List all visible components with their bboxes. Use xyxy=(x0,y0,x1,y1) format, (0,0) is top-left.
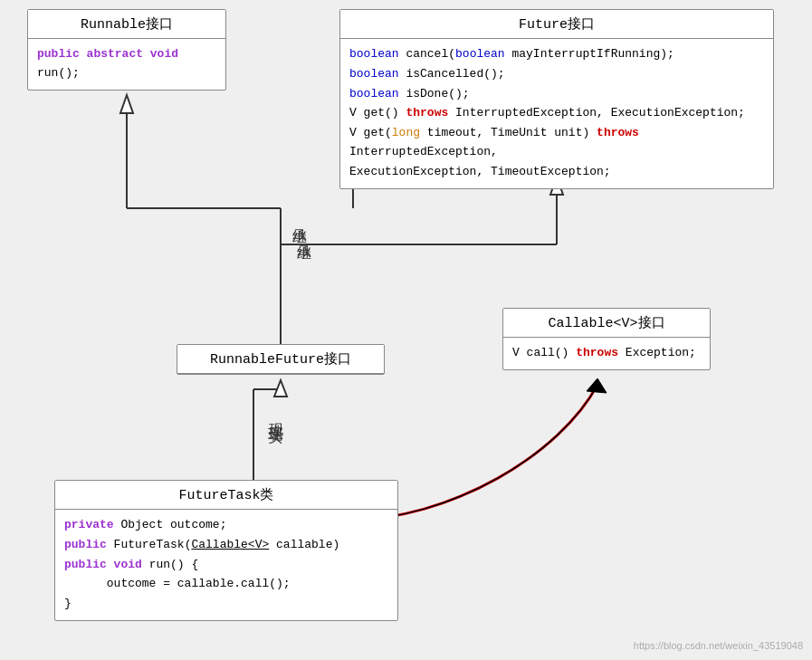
runnable-box: Runnable接口 public abstract void run(); xyxy=(27,9,226,91)
callable-body: V call() throws Exception; xyxy=(503,338,710,369)
runnablefuture-title: RunnableFuture接口 xyxy=(177,345,384,374)
watermark: https://blog.csdn.net/weixin_43519048 xyxy=(634,640,803,651)
callable-box: Callable<V>接口 V call() throws Exception; xyxy=(502,308,711,370)
future-body: boolean cancel(boolean mayInterruptIfRun… xyxy=(340,39,773,188)
svg-marker-14 xyxy=(274,380,287,397)
runnable-title: Runnable接口 xyxy=(28,10,225,39)
svg-marker-3 xyxy=(120,95,133,113)
future-title: Future接口 xyxy=(340,10,773,39)
runnablefuture-box: RunnableFuture接口 xyxy=(177,344,385,375)
diagram-container: 继承 实现 Runnable接口 public abstract void ru… xyxy=(0,0,812,660)
future-box: Future接口 boolean cancel(boolean mayInter… xyxy=(339,9,774,189)
futuretask-body: private Object outcome; public FutureTas… xyxy=(55,510,397,620)
svg-marker-15 xyxy=(587,378,607,393)
runnable-body: public abstract void run(); xyxy=(28,39,225,90)
futuretask-box: FutureTask类 private Object outcome; publ… xyxy=(54,480,398,621)
callable-title: Callable<V>接口 xyxy=(503,309,710,338)
futuretask-title: FutureTask类 xyxy=(55,481,397,510)
